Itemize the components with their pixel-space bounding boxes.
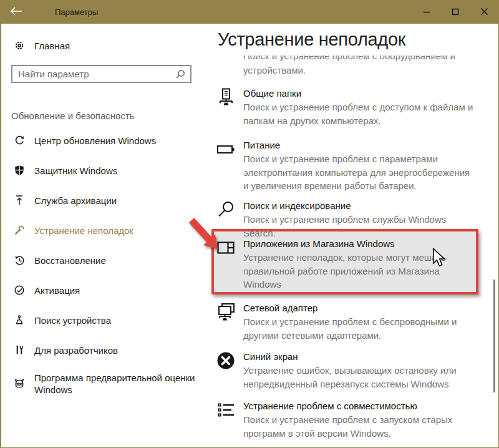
troubleshooter-desc: Устранение ошибок, вызывающих остановку … [243,364,474,391]
scrolled-clipped-text: Поиск и устранение проблем с оборудовани… [243,56,487,62]
sidebar-item-windows-defender[interactable]: Защитник Windows [1,157,207,184]
check-circle-icon [14,285,25,296]
troubleshooter-compatibility[interactable]: Устранение проблем с совместимостью Поис… [216,399,474,440]
sync-icon [14,135,25,146]
wrench-icon [14,225,25,236]
troubleshooter-title: Поиск и индексирование [243,199,474,212]
sidebar-item-label: Центр обновления Windows [34,135,156,147]
back-button[interactable] [1,1,31,24]
search-icon [175,69,185,79]
scrolled-clipped-text-line2: устройствами. [243,64,306,77]
close-button[interactable] [470,1,498,24]
sidebar-item-label: Для разработчиков [34,344,118,356]
backup-icon [14,195,25,206]
troubleshooter-title: Питание [243,139,474,152]
troubleshooter-title: Синий экран [243,350,474,363]
troubleshooter-blue-screen[interactable]: Синий экран Устранение ошибок, вызывающи… [216,350,474,391]
sidebar-item-find-device[interactable]: Поиск устройства [1,306,207,334]
troubleshooter-desc: Поиск и устранение проблем с запуском ст… [243,413,474,440]
window-title: Параметры [55,7,98,17]
sidebar-item-label: Защитник Windows [34,165,117,177]
sidebar-item-windows-update[interactable]: Центр обновления Windows [1,127,207,154]
sidebar-item-developers[interactable]: Для разработчиков [1,336,207,364]
battery-icon [216,139,236,159]
troubleshooter-desc: Поиск и устранение проблем с параметрами… [243,152,474,193]
page-title: Устранение неполадок [218,29,405,50]
compatibility-icon [216,400,236,420]
troubleshooter-title: Приложения из Магазина Windows [243,237,457,250]
troubleshooter-desc: Поиск и устранение проблем с беспроводны… [243,315,474,342]
sidebar-item-home[interactable]: Главная [1,36,70,55]
troubleshooter-title: Устранение проблем с совместимостью [243,399,474,412]
minimize-button[interactable] [412,1,441,24]
troubleshooter-title: Общие папки [243,87,474,100]
sidebar-item-backup[interactable]: Служба архивации [1,187,207,214]
insider-icon [14,378,25,389]
sidebar-item-label: Активация [34,285,80,296]
sidebar-item-label: Служба архивации [34,195,117,207]
shield-icon [14,165,25,176]
troubleshooter-desc: Поиск и устранение проблем службы Window… [243,213,474,240]
troubleshooter-store-apps[interactable]: Приложения из Магазина Windows Устранени… [216,237,457,291]
sidebar-item-recovery[interactable]: Восстановление [1,246,207,274]
sidebar-item-insider-program[interactable]: Программа предварительной оценки Windows [1,366,207,401]
troubleshooter-network-adapter[interactable]: Сетевой адаптер Поиск и устранение пробл… [216,301,474,342]
sidebar-item-activation[interactable]: Активация [1,276,207,304]
network-adapter-icon [216,302,236,322]
titlebar: Параметры [1,1,498,24]
sidebar-section-header: Обновление и безопасность [11,110,135,121]
troubleshooter-desc: Поиск и устранение проблем с доступом к … [243,100,474,127]
annotation-arrow [185,213,229,256]
sidebar-item-label: Устранение неполадок [34,225,133,236]
shared-folders-icon [216,87,236,107]
sidebar-item-troubleshoot[interactable]: Устранение неполадок [1,217,207,244]
troubleshooter-shared-folders[interactable]: Общие папки Поиск и устранение проблем с… [216,87,474,127]
troubleshooter-power[interactable]: Питание Поиск и устранение проблем с пар… [216,139,474,193]
back-arrow-icon [10,7,22,18]
sidebar-item-label: Восстановление [34,255,106,266]
maximize-button[interactable] [441,1,470,24]
maximize-icon [452,7,459,18]
sidebar-home-label: Главная [34,41,70,51]
minimize-icon [423,7,430,18]
close-icon [480,7,488,18]
find-device-icon [14,314,25,326]
blue-screen-icon [216,351,236,371]
sidebar-item-label: Программа предварительной оценки Windows [34,372,200,396]
scrollbar-thumb[interactable] [493,280,495,392]
developer-icon [14,344,25,356]
sidebar-item-label: Поиск устройства [34,314,111,326]
troubleshooter-desc: Устранение неполадок, которые могут меша… [243,251,457,291]
mouse-cursor [432,248,446,266]
troubleshooter-title: Сетевой адаптер [243,301,474,314]
history-icon [14,255,25,266]
troubleshooter-search-indexing[interactable]: Поиск и индексирование Поиск и устранени… [216,199,474,240]
search-input[interactable] [12,69,175,79]
gear-icon [14,40,25,51]
search-box [11,65,191,83]
window-controls [412,1,498,24]
